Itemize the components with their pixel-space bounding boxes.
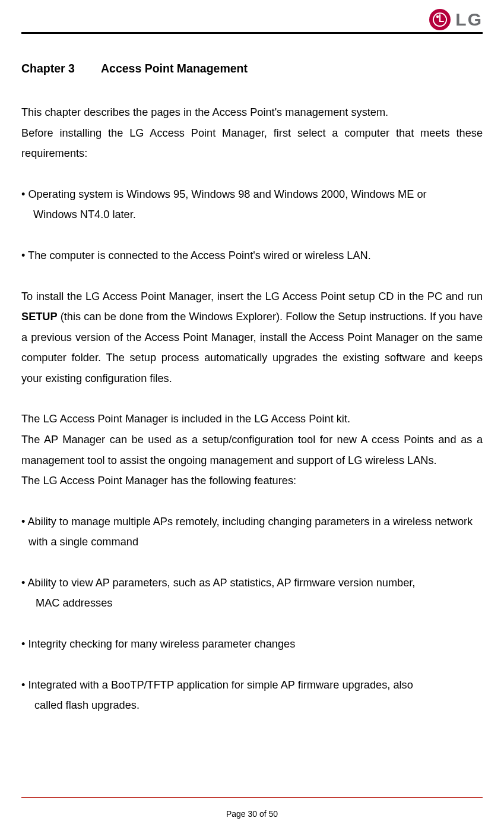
header: LG: [21, 0, 483, 32]
chapter-title: Access Point Management: [101, 62, 248, 75]
footer: Page 30 of 50: [21, 797, 483, 822]
intro-line-1: This chapter describes the pages in the …: [21, 102, 483, 123]
lg-logo-icon: [429, 9, 451, 30]
install-setup-bold: SETUP: [21, 311, 58, 323]
kit-line: The LG Access Point Manager is included …: [21, 409, 483, 430]
features-intro: The LG Access Point Manager has the foll…: [21, 470, 483, 491]
page-number: Page 30 of 50: [21, 806, 483, 822]
feature-3: • Integrity checking for many wireless p…: [21, 634, 483, 655]
requirement-2: • The computer is connected to the Acces…: [21, 245, 483, 266]
feature-2a: • Ability to view AP parameters, such as…: [21, 573, 483, 593]
install-text-a: To install the LG Access Point Manager, …: [21, 290, 483, 302]
feature-1: • Ability to manage multiple APs remotel…: [21, 511, 483, 552]
feature-4a: • Integrated with a BooTP/TFTP applicati…: [21, 675, 483, 696]
brand-text: LG: [455, 2, 483, 36]
svg-point-0: [436, 15, 439, 17]
document-page: LG Chapter 3Access Point Management This…: [0, 0, 504, 840]
feature-4b: called flash upgrades.: [21, 695, 483, 716]
requirement-1b: Windows NT4.0 later.: [21, 204, 483, 225]
usage-line: The AP Manager can be used as a setup/co…: [21, 430, 483, 470]
chapter-heading: Chapter 3Access Point Management: [21, 58, 483, 80]
requirement-1a: • Operating system is Windows 95, Window…: [21, 184, 483, 205]
feature-2b: MAC addresses: [21, 593, 483, 614]
install-paragraph: To install the LG Access Point Manager, …: [21, 286, 483, 389]
chapter-number: Chapter 3: [21, 58, 75, 80]
footer-rule: [21, 797, 483, 798]
body-content: Chapter 3Access Point Management This ch…: [21, 34, 483, 716]
intro-line-2: Before installing the LG Access Point Ma…: [21, 123, 483, 164]
install-text-b: (this can be done from the Windows Explo…: [21, 311, 483, 384]
brand-logo: LG: [429, 2, 483, 36]
